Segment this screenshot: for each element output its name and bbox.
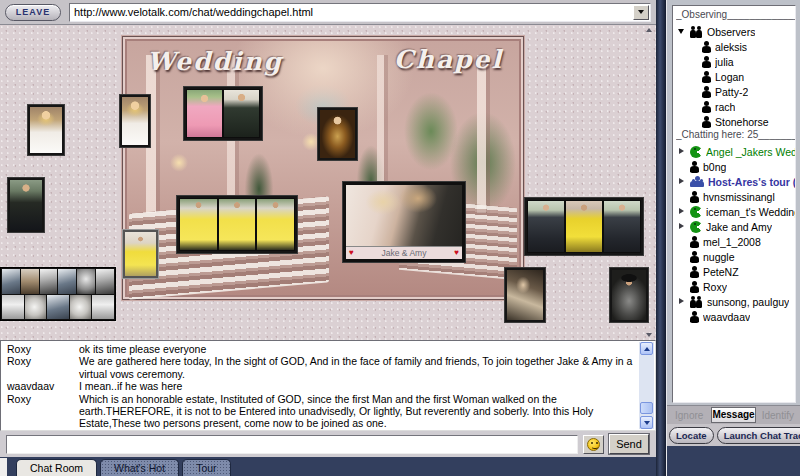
chatter-row[interactable]: Roxy — [676, 279, 795, 294]
user-type-icon — [690, 161, 699, 173]
identify-button[interactable]: Identify — [758, 410, 798, 421]
user-type-icon — [690, 191, 699, 203]
chatter-name: hvnsmissinangl — [703, 191, 775, 203]
avatar-bridesmaid — [219, 199, 256, 250]
scroll-up-icon[interactable] — [646, 28, 652, 32]
avatar-photo-filmstrip-collage[interactable] — [0, 267, 116, 321]
tree-expand-icon[interactable] — [678, 147, 686, 156]
chatter-row[interactable]: Host-Ares's tour (Hos — [676, 174, 795, 189]
scroll-down-button[interactable] — [640, 416, 653, 429]
tree-expand-icon[interactable] — [678, 162, 686, 171]
tree-expand-icon[interactable] — [678, 207, 686, 216]
url-input[interactable] — [70, 6, 633, 18]
tree-expand-icon[interactable] — [678, 267, 686, 276]
avatar-photo-bride-left[interactable] — [28, 105, 64, 155]
chat-author: Roxy — [7, 343, 79, 355]
locate-button[interactable]: Locate — [669, 427, 714, 444]
chatter-name: waavdaav — [703, 311, 750, 323]
bottom-tab[interactable]: What's Hot — [100, 459, 179, 476]
chatter-name: Jake and Amy — [706, 221, 772, 233]
observing-section-label: _Observing__________________ — [676, 9, 795, 24]
chat-scrollbar[interactable] — [639, 342, 654, 429]
chat-text: I mean..if he was here — [79, 380, 635, 392]
chat-message-row: Roxy We are gathered here today, In the … — [7, 355, 635, 380]
leave-button[interactable]: LEAVE — [5, 4, 61, 21]
avatar-photo-sepia-man[interactable] — [505, 268, 545, 322]
chatter-row[interactable]: b0ng — [676, 159, 795, 174]
chatter-row[interactable]: mel_1_2008 — [676, 234, 795, 249]
message-input[interactable] — [6, 435, 578, 454]
jake-amy-picture — [346, 185, 462, 246]
tab-bar-notch — [0, 458, 7, 476]
filmstrip-cell — [2, 269, 20, 294]
chatter-row[interactable]: nuggle — [676, 249, 795, 264]
chatter-row[interactable]: Jake and Amy — [676, 219, 795, 234]
chat-author: Roxy — [7, 355, 79, 380]
heart-icon: ♥ — [349, 249, 354, 257]
chatter-name: b0ng — [703, 161, 726, 173]
tree-expand-icon[interactable] — [678, 312, 686, 321]
chatter-row[interactable]: sunsong, paulguy — [676, 294, 795, 309]
filmstrip-cell — [58, 269, 76, 294]
observer-name: rach — [715, 101, 735, 113]
tree-expand-icon[interactable] — [678, 177, 686, 186]
bottom-tab[interactable]: Tour — [182, 459, 230, 476]
observer-row[interactable]: rach — [676, 99, 795, 114]
user-action-tabs: Ignore Message Identify — [667, 405, 800, 424]
ignore-button[interactable]: Ignore — [669, 410, 709, 421]
scroll-thumb[interactable] — [640, 402, 653, 414]
bottom-tab[interactable]: Chat Room — [16, 459, 97, 476]
user-list-box[interactable]: _Observing__________________ Observers a… — [672, 5, 796, 403]
avatar-photo-guests-strip[interactable] — [525, 198, 643, 255]
avatar-photo-gold-portrait[interactable] — [318, 108, 357, 160]
launch-chat-tracker-button[interactable]: Launch Chat Tracker — [717, 427, 800, 444]
chatter-row[interactable]: hvnsmissinangl — [676, 189, 795, 204]
tree-expand-icon[interactable] — [678, 297, 686, 306]
scroll-down-icon[interactable] — [646, 333, 652, 337]
avatar-photo-yellow-gown[interactable] — [123, 230, 158, 278]
url-dropdown-button[interactable] — [633, 5, 649, 20]
chatter-row[interactable]: waavdaav — [676, 309, 795, 324]
user-type-icon — [690, 146, 702, 158]
observer-name: Stonehorse — [715, 116, 769, 128]
observer-row[interactable]: aleksis — [676, 39, 795, 54]
chat-text: Which is an honorable estate, Instituted… — [79, 393, 635, 430]
chat-text: We are gathered here today, In the sight… — [79, 355, 635, 380]
chat-message-row: waavdaav I mean..if he was here — [7, 380, 635, 392]
tree-expand-icon[interactable] — [678, 237, 686, 246]
stage-scrollbar[interactable] — [643, 28, 655, 337]
observer-row[interactable]: Stonehorse — [676, 114, 795, 129]
emoticon-button[interactable] — [583, 435, 604, 454]
observer-row[interactable]: julia — [676, 54, 795, 69]
filmstrip-row — [2, 295, 114, 320]
avatar-photo-jake-and-amy[interactable]: ♥ Jake & Amy ♥ — [343, 182, 465, 262]
chatter-row[interactable]: iceman_t's Wedding P — [676, 204, 795, 219]
tree-expand-icon[interactable] — [678, 192, 686, 201]
chatter-row[interactable]: PeteNZ — [676, 264, 795, 279]
observer-row[interactable]: Logan — [676, 69, 795, 84]
observers-root-row[interactable]: Observers — [676, 24, 795, 39]
avatar-photo-groom-left[interactable] — [8, 178, 44, 232]
chatter-name: mel_1_2008 — [703, 236, 761, 248]
chatter-row[interactable]: Angel _Jakers Weddin — [676, 144, 795, 159]
filmstrip-cell — [2, 295, 24, 320]
observer-row[interactable]: Patty-2 — [676, 84, 795, 99]
chatter-name: sunsong, paulguy — [707, 296, 789, 308]
tree-expand-icon[interactable] — [678, 282, 686, 291]
filmstrip-row — [2, 269, 114, 294]
person-icon — [702, 86, 711, 98]
user-sidebar: _Observing__________________ Observers a… — [666, 0, 800, 476]
chat-log[interactable]: Roxy ok its time please everyone Roxy We… — [0, 340, 656, 431]
user-type-icon — [690, 221, 702, 233]
avatar-photo-couple-pair[interactable] — [184, 87, 262, 140]
tree-collapse-icon[interactable] — [678, 27, 686, 36]
avatar-photo-bride-top[interactable] — [120, 95, 150, 147]
avatar-photo-bridesmaids-strip[interactable] — [177, 196, 297, 253]
avatar-suit-man — [528, 201, 564, 252]
tree-expand-icon[interactable] — [678, 252, 686, 261]
message-button[interactable]: Message — [711, 407, 755, 423]
send-button[interactable]: Send — [609, 434, 649, 454]
filmstrip-cell — [96, 269, 114, 294]
tree-expand-icon[interactable] — [678, 222, 686, 231]
scroll-up-button[interactable] — [640, 342, 653, 355]
